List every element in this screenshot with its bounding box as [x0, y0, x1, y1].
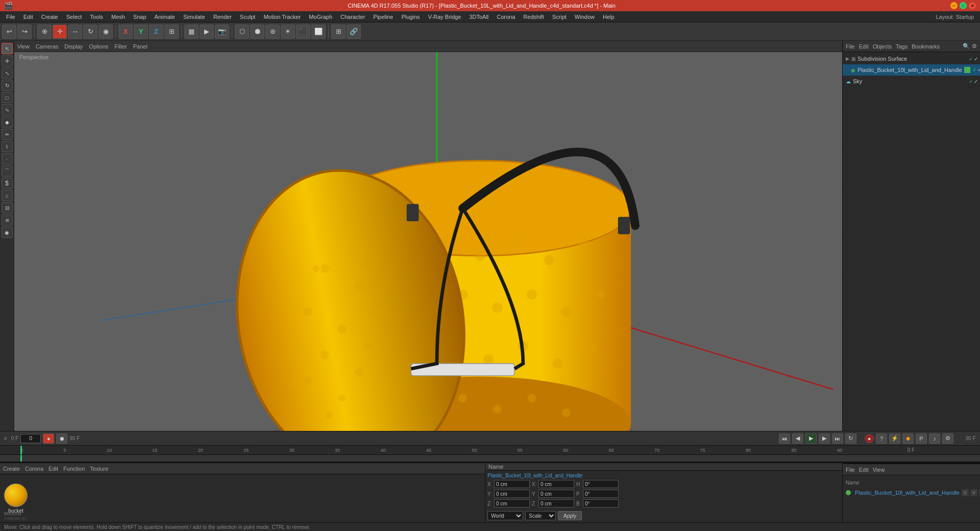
audio-button[interactable]: ♪	[929, 433, 940, 444]
viewport-menu-options[interactable]: Options	[89, 43, 108, 50]
menu-vray[interactable]: V-Ray Bridge	[424, 13, 465, 21]
viewport-menu-view[interactable]: View	[17, 43, 30, 50]
menu-simulate[interactable]: Simulate	[179, 13, 209, 21]
scale-tool-button[interactable]: ↔	[68, 25, 82, 39]
menu-select[interactable]: Select	[62, 13, 86, 21]
snap-button[interactable]: 🔗	[347, 25, 361, 39]
key-button[interactable]: ◆	[902, 433, 914, 444]
rotate-tool-button[interactable]: ↻	[83, 25, 97, 39]
spline-tool[interactable]: ⌒	[2, 165, 13, 177]
question-button[interactable]: ?	[876, 433, 887, 444]
move-tool-button[interactable]: ✛	[53, 25, 67, 39]
obj-render-check-sky[interactable]: ✓	[974, 79, 978, 84]
menu-file[interactable]: File	[2, 13, 19, 21]
obj-vis-check-sky[interactable]: ✓	[969, 79, 973, 84]
minimize-button[interactable]: ─	[950, 2, 958, 9]
undo-button[interactable]: ↩	[2, 25, 16, 39]
maximize-button[interactable]: □	[960, 2, 967, 9]
smooth-tool[interactable]: ≋	[2, 214, 13, 226]
prev-frame-button[interactable]: ◀	[792, 433, 803, 444]
viewport-menu-filter[interactable]: Filter	[114, 43, 127, 50]
scale-tool[interactable]: ⤡	[2, 67, 13, 79]
pos-x-input[interactable]	[494, 480, 530, 488]
size-y-input[interactable]	[538, 490, 574, 498]
apply-button[interactable]: Apply	[558, 511, 582, 520]
rot-h-input[interactable]	[583, 480, 619, 488]
rot-b-input[interactable]	[583, 499, 619, 508]
y-axis-button[interactable]: Y	[134, 25, 148, 39]
material-ball-bucket[interactable]	[4, 484, 28, 507]
render-picture-button[interactable]: 📷	[215, 25, 229, 39]
obj-render-check-bucket[interactable]: ✓	[977, 67, 980, 73]
edge-tool[interactable]: ⌇	[2, 141, 13, 152]
wireframe-button[interactable]: ⬢	[250, 25, 264, 39]
menu-create[interactable]: Create	[37, 13, 62, 21]
go-end-button[interactable]: ⏭	[832, 433, 843, 444]
search-icon[interactable]: 🔍	[963, 43, 970, 50]
rbp-icon-1[interactable]: S	[962, 489, 969, 496]
obj-menu-objects[interactable]: Objects	[873, 43, 892, 50]
viewport-menu-cameras[interactable]: Cameras	[36, 43, 59, 50]
obj-menu-edit[interactable]: Edit	[859, 43, 869, 50]
grid-button[interactable]: ⊞	[331, 25, 346, 39]
mat-menu-edit[interactable]: Edit	[48, 466, 58, 472]
viewport-menu-display[interactable]: Display	[64, 43, 83, 50]
obj-menu-file[interactable]: File	[846, 43, 855, 50]
pos-y-input[interactable]	[494, 490, 530, 498]
timeline-track[interactable]	[0, 455, 980, 462]
mat-menu-function[interactable]: Function	[63, 466, 85, 472]
size-z-input[interactable]	[538, 499, 574, 508]
autokey-button[interactable]: ⏺	[56, 433, 67, 444]
obj-vis-check[interactable]: ✓	[969, 56, 973, 62]
rot-p-input[interactable]	[583, 490, 619, 498]
play-button[interactable]: ▶	[805, 433, 817, 444]
s-dollar-tool[interactable]: $	[2, 178, 13, 189]
obj-row-bucket[interactable]: ◉ Plastic_Bucket_10l_with_Lid_and_Handle…	[843, 64, 980, 76]
menu-edit[interactable]: Edit	[19, 13, 37, 21]
menu-window[interactable]: Window	[571, 13, 599, 21]
menu-corona[interactable]: Corona	[493, 13, 519, 21]
render-view-button[interactable]: ▶	[200, 25, 214, 39]
obj-render-check[interactable]: ✓	[974, 56, 978, 62]
grid-tool[interactable]: ⊟	[2, 202, 13, 213]
paint-tool[interactable]: ✏	[2, 129, 13, 140]
obj-menu-tags[interactable]: Tags	[896, 43, 908, 50]
menu-tools[interactable]: Tools	[86, 13, 107, 21]
world-select[interactable]: World	[487, 511, 523, 520]
material-item[interactable]: bucket	[4, 484, 28, 514]
menu-motion-tracker[interactable]: Motion Tracker	[259, 13, 305, 21]
magnet-tool[interactable]: ⌂	[2, 190, 13, 201]
rbp-menu-file[interactable]: File	[846, 467, 855, 473]
options-transport-button[interactable]: ⚙	[942, 433, 953, 444]
go-start-button[interactable]: ⏮	[779, 433, 790, 444]
menu-snap[interactable]: Snap	[129, 13, 151, 21]
size-x-input[interactable]	[538, 480, 574, 488]
next-frame-button[interactable]: ▶	[819, 433, 830, 444]
x-axis-button[interactable]: X	[118, 25, 133, 39]
object-mode-button[interactable]: ◉	[99, 25, 113, 39]
record-button[interactable]: ●	[43, 433, 54, 444]
menu-script[interactable]: Script	[548, 13, 571, 21]
loop-button[interactable]: ↻	[845, 433, 856, 444]
mat-menu-create[interactable]: Create	[3, 466, 20, 472]
menu-3dtoall[interactable]: 3DToAll	[465, 13, 493, 21]
rotate-tool[interactable]: ↻	[2, 80, 13, 91]
mat-menu-texture[interactable]: Texture	[90, 466, 108, 472]
world-btn[interactable]: ⊞	[164, 25, 179, 39]
redo-button[interactable]: ↪	[17, 25, 32, 39]
motion-button[interactable]: ⚡	[889, 433, 900, 444]
menu-render[interactable]: Render	[209, 13, 236, 21]
lasso-tool[interactable]: ∿	[2, 104, 13, 115]
menu-plugins[interactable]: Plugins	[397, 13, 424, 21]
menu-pipeline[interactable]: Pipeline	[369, 13, 397, 21]
obj-vis-check-bucket[interactable]: ✓	[972, 67, 976, 73]
scale-select[interactable]: Scale	[525, 511, 556, 520]
menu-animate[interactable]: Animate	[151, 13, 179, 21]
obj-menu-bookmarks[interactable]: Bookmarks	[912, 43, 940, 50]
z-axis-button[interactable]: Z	[149, 25, 163, 39]
menu-help[interactable]: Help	[599, 13, 619, 21]
current-frame-input[interactable]	[20, 434, 41, 443]
polygon-select-tool[interactable]: ◆	[2, 116, 13, 128]
rbp-obj-row[interactable]: Plastic_Bucket_10l_with_Lid_and_Handle S…	[846, 488, 977, 498]
menu-mesh[interactable]: Mesh	[107, 13, 129, 21]
